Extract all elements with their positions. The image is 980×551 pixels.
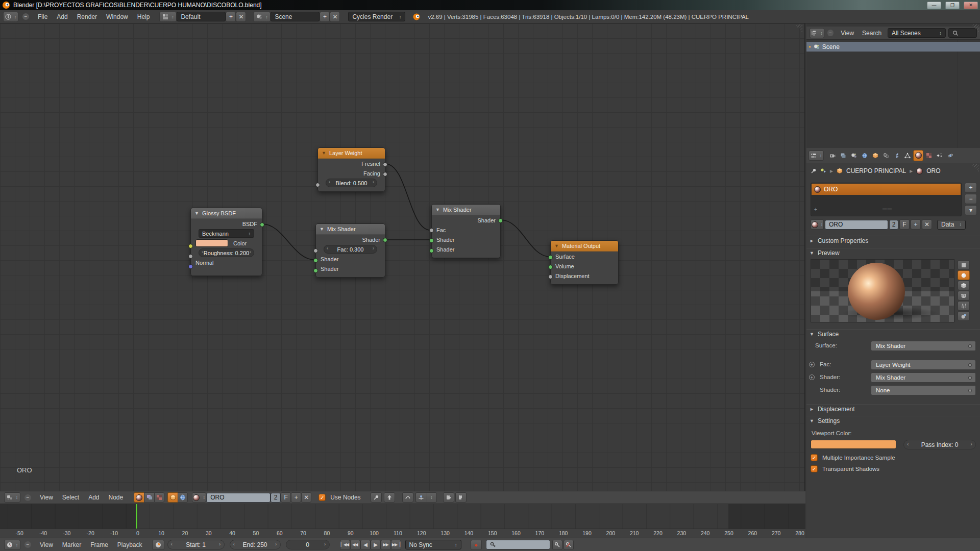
panel-collapse-icon[interactable]: ► [810,238,814,243]
delete-scene-button[interactable]: ✕ [330,12,340,22]
material-slot-list[interactable]: ORO + ══ [811,183,962,216]
menu-item[interactable]: Add [52,13,72,20]
menu-item[interactable]: Playback [113,541,147,548]
new-material-button[interactable]: + [291,492,301,503]
insert-offset-button[interactable] [402,492,413,503]
unlink-material-button[interactable]: ✕ [922,219,932,230]
node-mix-shader-1[interactable]: ▼ Mix Shader Shader ‹Fac: 0.300› Shader … [315,223,385,278]
menu-item[interactable]: File [33,13,52,20]
preview-cube-button[interactable] [958,281,970,290]
unlink-material-button[interactable]: ✕ [301,492,311,503]
transparent-shadows-checkbox[interactable]: ✓ [811,465,818,472]
fake-user-button[interactable]: F [899,219,910,230]
menu-item[interactable]: Frame [86,541,113,548]
panel-displacement[interactable]: ► Displacement [806,404,980,413]
socket-expand-icon[interactable]: + [809,374,815,380]
preview-world-sphere-button[interactable] [958,311,970,321]
tab-constraints[interactable] [881,150,891,161]
collapse-icon[interactable]: ▼ [435,207,440,212]
maximize-button[interactable]: ❐ [945,2,960,9]
fac-value-select[interactable]: Layer Weight [871,360,976,370]
tab-particles[interactable] [935,150,945,161]
material-name-field[interactable]: ORO [825,220,888,230]
node-mix-shader-2[interactable]: ▼ Mix Shader Shader Fac Shader Shader [431,204,501,258]
socket-shader-out[interactable] [383,238,387,242]
remove-slot-button[interactable]: − [965,194,977,204]
go-to-parent-button[interactable] [384,492,395,503]
tree-type-compositing-button[interactable] [144,492,154,503]
screen-layout-browse-button[interactable]: ↕ [159,12,177,22]
socket-shader2-in[interactable] [313,268,318,273]
add-scene-button[interactable]: + [320,12,330,22]
add-slot-button[interactable]: + [965,183,977,193]
collapse-icon[interactable]: ▼ [194,211,199,216]
multiple-importance-checkbox[interactable]: ✓ [811,454,818,461]
preview-hair-button[interactable] [958,301,970,311]
copy-nodes-button[interactable] [443,492,454,503]
pass-index-field[interactable]: ‹Pass Index: 0› [903,440,976,449]
material-slot-oro[interactable]: ORO [812,184,961,195]
menu-item[interactable]: Marker [58,541,86,548]
surface-value-select[interactable]: Mix Shader [871,341,976,351]
input-fac[interactable]: ‹Fac: 0.300› [316,244,385,254]
socket-facing-out[interactable] [383,172,387,177]
object-icon[interactable] [820,168,826,174]
socket-roughness-in[interactable] [188,254,193,259]
outliner[interactable]: ↕ − ViewSearch All Scenes↕ ● Scene [806,23,980,148]
list-resize-grip[interactable]: ══ [883,206,892,213]
outliner-filter-select[interactable]: All Scenes↕ [888,28,946,38]
panel-preview[interactable]: ▼ Preview [806,248,980,257]
jump-to-end-button[interactable]: ▶▶▕ [391,540,401,550]
node-header[interactable]: ▼ Mix Shader [432,205,500,215]
fake-user-button[interactable]: F [281,492,291,503]
tab-scene[interactable] [849,150,859,161]
tab-physics[interactable] [945,150,955,161]
menu-item[interactable]: View [35,541,58,548]
socket-shader1-in[interactable] [313,258,318,263]
panel-collapse-icon[interactable]: ▼ [810,251,814,256]
properties-editor[interactable]: ↕ ▸ CUERPO PRINCIP [806,148,980,538]
previous-keyframe-button[interactable]: ◀◀ [350,540,360,550]
menu-item[interactable]: Help [133,13,155,20]
tab-render-layers[interactable] [838,150,848,161]
socket-fac-in[interactable] [429,228,434,233]
color-swatch[interactable] [195,239,228,247]
panel-collapse-icon[interactable]: ► [810,407,814,412]
outliner-search-input[interactable] [948,28,977,38]
menu-item[interactable]: Search [858,30,886,37]
add-layout-button[interactable]: + [226,12,236,22]
current-frame-playhead[interactable] [136,504,137,529]
tab-object[interactable] [870,150,880,161]
shader-type-object-button[interactable] [167,492,178,503]
timeline-canvas[interactable] [0,504,805,529]
editor-type-outliner-button[interactable]: ↕ [810,28,824,38]
material-name-field[interactable]: ORO [206,493,271,503]
socket-blend-in[interactable] [315,183,320,187]
panel-surface[interactable]: ▼ Surface [806,329,980,338]
scene-name-field[interactable]: Scene [271,12,320,21]
sync-mode-select[interactable]: No Sync↕ [405,540,461,549]
pin-icon[interactable] [811,168,817,174]
breadcrumb-object[interactable]: CUERPO PRINCIPAL [846,167,906,174]
play-button[interactable]: ▶ [371,540,381,550]
collapse-icon[interactable]: ▼ [554,243,559,248]
collapse-icon[interactable]: ▼ [322,151,326,156]
record-button[interactable]: ● [471,540,482,550]
new-material-button[interactable]: + [911,219,921,230]
node-glossy-bsdf[interactable]: ▼ Glossy BSDF BSDF Beckmann↕ Color ‹Roug… [190,208,262,276]
collapse-menus-icon[interactable]: − [22,13,29,20]
close-button[interactable]: ✕ [964,2,978,9]
jump-to-start-button[interactable]: ▏◀◀ [340,540,350,550]
node-header[interactable]: ▼ Material Output [551,241,618,252]
link-data-select[interactable]: Data↕ [937,220,966,230]
insert-keyframe-button[interactable] [552,540,562,550]
socket-shader2-in[interactable] [429,248,434,253]
use-nodes-checkbox[interactable]: ✓ [318,494,326,501]
preview-sphere-button[interactable] [958,270,970,280]
menu-item[interactable]: View [35,494,58,501]
tab-render[interactable] [827,150,838,161]
tab-object-data[interactable] [902,150,913,161]
render-engine-select[interactable]: Cycles Render↕ [348,12,405,21]
tab-world[interactable] [860,150,870,161]
frame-start-field[interactable]: ‹Start: 1› [167,540,225,549]
